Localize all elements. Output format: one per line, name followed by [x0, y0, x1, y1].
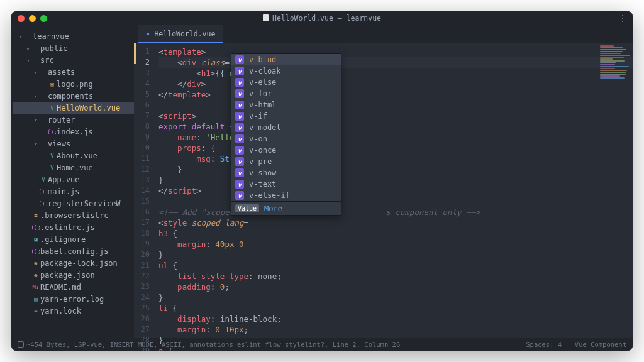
- tree-node-label: assets: [48, 68, 75, 77]
- expand-icon: ▾: [33, 117, 39, 123]
- autocomplete-item[interactable]: vv-bind: [231, 54, 341, 65]
- tree-node[interactable]: ≡.browserslistrc: [13, 209, 134, 221]
- tree-node-label: babel.config.js: [40, 247, 108, 256]
- tree-node[interactable]: VApp.vue: [13, 173, 134, 185]
- file-type-icon: ();: [39, 189, 48, 195]
- tree-node-label: components: [48, 92, 93, 101]
- autocomplete-item[interactable]: vv-if: [231, 111, 341, 122]
- code-area[interactable]: <template> <div class="hello" v-> <h1>{{…: [153, 43, 633, 338]
- file-type-icon: ();: [31, 224, 40, 231]
- line-number-gutter[interactable]: 1234567891011121314151617181920212223242…: [136, 43, 153, 338]
- autocomplete-item[interactable]: vv-show: [231, 167, 341, 178]
- tree-node[interactable]: VHome.vue: [13, 162, 134, 173]
- file-type-icon: V: [48, 105, 57, 111]
- tab-label: HelloWorld.vue: [154, 30, 215, 38]
- autocomplete-item[interactable]: vv-text: [231, 178, 341, 190]
- autocomplete-item[interactable]: vv-for: [231, 88, 341, 99]
- directive-badge-icon: v: [235, 67, 244, 75]
- autocomplete-item-label: v-model: [249, 123, 281, 132]
- tree-node[interactable]: ();babel.config.js: [13, 245, 134, 257]
- file-type-icon: ⊕: [31, 272, 40, 278]
- tree-node[interactable]: ();registerServiceW: [13, 197, 134, 209]
- directive-badge-icon: v: [235, 78, 244, 87]
- tree-node[interactable]: ▾assets: [13, 66, 134, 78]
- tree-node[interactable]: M↓README.md: [13, 281, 134, 293]
- tree-node-label: .browserslistrc: [40, 211, 108, 220]
- autocomplete-item[interactable]: vv-once: [231, 145, 341, 156]
- tree-node[interactable]: ▤yarn-error.log: [13, 293, 134, 305]
- directive-badge-icon: v: [235, 101, 244, 109]
- autocomplete-item[interactable]: vv-else: [231, 77, 341, 88]
- file-type-icon: ();: [48, 129, 57, 135]
- editor-window: HelloWorld.vue — learnvue ⋮ ▾learnvue▸pu…: [11, 11, 633, 351]
- expand-icon: ▸: [25, 45, 31, 52]
- tree-node[interactable]: ▾learnvue: [13, 30, 134, 42]
- autocomplete-item-label: v-if: [249, 112, 267, 121]
- expand-icon: ▾: [18, 33, 24, 40]
- file-type-icon: ⊕: [31, 260, 40, 266]
- tree-node[interactable]: ⊕package-lock.json: [13, 257, 134, 269]
- tree-node-label: Home.vue: [57, 163, 93, 172]
- tree-node[interactable]: ();main.js: [13, 185, 134, 197]
- tree-node[interactable]: ◪.gitignore: [13, 233, 134, 245]
- autocomplete-item[interactable]: vv-pre: [231, 156, 341, 167]
- tab-bar: • HelloWorld.vue: [134, 25, 633, 43]
- file-type-icon: ();: [31, 248, 40, 255]
- tree-node-label: index.js: [57, 128, 93, 136]
- directive-badge-icon: v: [235, 112, 244, 121]
- tree-node[interactable]: ();index.js: [13, 126, 134, 138]
- tree-node[interactable]: ▾components: [13, 90, 134, 102]
- autocomplete-footer: Value More: [231, 201, 341, 215]
- status-icon: [18, 341, 24, 348]
- directive-badge-icon: v: [235, 146, 244, 155]
- expand-icon: ▾: [25, 57, 31, 63]
- more-link[interactable]: More: [264, 204, 282, 213]
- autocomplete-item[interactable]: vv-cloak: [231, 65, 341, 77]
- tree-node[interactable]: ▣logo.png: [13, 78, 134, 90]
- file-type-icon: ▤: [31, 296, 40, 302]
- text-editor[interactable]: 1234567891011121314151617181920212223242…: [134, 43, 633, 338]
- directive-badge-icon: v: [235, 123, 244, 132]
- tree-node-label: main.js: [48, 187, 80, 196]
- file-type-icon: ();: [39, 200, 48, 207]
- expand-icon: ▾: [33, 141, 39, 147]
- tree-node[interactable]: ▾router: [13, 114, 134, 126]
- tab-helloworld[interactable]: • HelloWorld.vue: [138, 25, 223, 43]
- tree-node[interactable]: VAbout.vue: [13, 150, 134, 162]
- minimap[interactable]: [597, 43, 633, 80]
- tree-node[interactable]: ▸public: [13, 42, 134, 54]
- tree-node-label: yarn-error.log: [40, 295, 104, 304]
- directive-badge-icon: v: [235, 55, 244, 64]
- autocomplete-item-label: v-for: [249, 89, 272, 98]
- tree-node[interactable]: ≡yarn.lock: [13, 305, 134, 317]
- directive-badge-icon: v: [235, 134, 244, 143]
- tree-node-label: logo.png: [57, 80, 93, 89]
- autocomplete-item[interactable]: vv-else-if: [231, 190, 341, 201]
- autocomplete-item-label: v-else: [249, 78, 276, 87]
- autocomplete-item[interactable]: vv-model: [231, 122, 341, 133]
- autocomplete-popup[interactable]: vv-bindvv-cloakvv-elsevv-forvv-htmlvv-if…: [231, 53, 341, 216]
- autocomplete-item-label: v-pre: [249, 157, 272, 166]
- expand-icon: ▾: [33, 69, 39, 75]
- tree-node-label: About.vue: [57, 151, 97, 160]
- tree-node[interactable]: ▾views: [13, 138, 134, 150]
- tree-node-label: router: [48, 116, 75, 124]
- tree-node[interactable]: ▾src: [13, 54, 134, 66]
- directive-badge-icon: v: [235, 157, 244, 166]
- file-type-icon: ≡: [31, 212, 40, 219]
- tree-node[interactable]: ();.eslintrc.js: [13, 221, 134, 233]
- autocomplete-item[interactable]: vv-html: [231, 99, 341, 111]
- tree-node-label: .eslintrc.js: [40, 223, 95, 232]
- autocomplete-item-label: v-else-if: [249, 191, 290, 200]
- autocomplete-item-label: v-cloak: [249, 67, 281, 75]
- more-menu-button[interactable]: ⋮: [618, 13, 626, 23]
- tree-node-label: package-lock.json: [40, 259, 118, 268]
- directive-badge-icon: v: [235, 180, 244, 189]
- tree-node-label: .gitignore: [40, 235, 86, 244]
- autocomplete-item[interactable]: vv-on: [231, 133, 341, 145]
- titlebar: HelloWorld.vue — learnvue ⋮: [11, 11, 633, 25]
- file-tree[interactable]: ▾learnvue▸public▾src▾assets▣logo.png▾com…: [11, 25, 134, 338]
- autocomplete-item-label: v-on: [249, 134, 267, 143]
- tree-node[interactable]: ⊕package.json: [13, 269, 134, 281]
- tree-node[interactable]: VHelloWorld.vue: [13, 102, 134, 114]
